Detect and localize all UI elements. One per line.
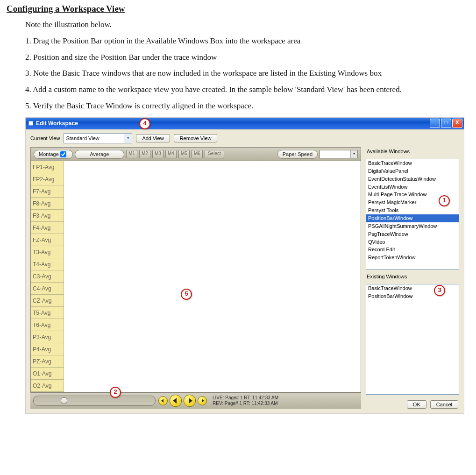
- add-view-button[interactable]: Add View: [136, 134, 170, 142]
- list-item[interactable]: PsgTraceWindow: [366, 230, 459, 238]
- list-item[interactable]: PSGAllNightSummaryWindow: [366, 222, 459, 230]
- doc-heading: Configuring a Workspace View: [7, 3, 469, 15]
- doc-intro: Note the illustration below.: [25, 20, 460, 30]
- m4-button[interactable]: M4: [165, 150, 177, 158]
- channel-label[interactable]: O1-Avg: [31, 368, 64, 380]
- scrub-track[interactable]: [33, 396, 156, 406]
- channel-label[interactable]: F4-Avg: [31, 222, 64, 234]
- channel-label[interactable]: T6-Avg: [31, 319, 64, 331]
- next-page-button[interactable]: [184, 395, 196, 407]
- channel-label[interactable]: C4-Avg: [31, 283, 64, 295]
- montage-chip[interactable]: Montage: [34, 150, 73, 159]
- remove-view-button[interactable]: Remove View: [174, 134, 218, 142]
- list-item[interactable]: QVideo: [366, 238, 459, 246]
- channel-label[interactable]: O2-Avg: [31, 380, 64, 392]
- trace-body: FP1-Avg FP2-Avg F7-Avg F8-Avg F3-Avg F4-…: [31, 161, 361, 392]
- scrub-thumb[interactable]: [61, 397, 67, 404]
- channel-label[interactable]: T3-Avg: [31, 246, 64, 258]
- doc-step-1: 1. Drag the Position Bar option in the A…: [25, 36, 460, 47]
- montage-label: Montage: [39, 151, 59, 157]
- doc-step-3: 3. Note the Basic Trace windows that are…: [25, 68, 460, 79]
- existing-windows-label: Existing Windows: [367, 273, 459, 280]
- select-button[interactable]: Select: [205, 150, 224, 158]
- doc-step-5: 5. Verify the Basic Trace Window is corr…: [25, 101, 460, 112]
- maximize-button[interactable]: □: [441, 119, 451, 128]
- prev-page-button[interactable]: [170, 395, 182, 407]
- list-item[interactable]: BasicTraceWindow: [366, 159, 459, 167]
- paper-speed-combo[interactable]: ▾: [320, 150, 358, 158]
- m6-button[interactable]: M6: [192, 150, 203, 158]
- client-area: Current View ▾ Add View Remove View Mont…: [26, 129, 464, 413]
- live-status: LIVE: Page# 1 RT: 11:42:33 AM: [213, 395, 278, 401]
- channel-label[interactable]: C3-Avg: [31, 270, 64, 283]
- list-item[interactable]: EventDetectionStatusWindow: [366, 175, 459, 183]
- list-item[interactable]: DigitalValuePanel: [366, 167, 459, 175]
- channel-label[interactable]: T4-Avg: [31, 258, 64, 270]
- rev-status: REV: Page# 1 RT: 11:42:33 AM: [213, 401, 278, 406]
- trace-canvas[interactable]: [64, 161, 361, 392]
- current-view-input[interactable]: [64, 134, 124, 143]
- channel-label[interactable]: PZ-Avg: [31, 355, 64, 368]
- doc-step-2: 2. Position and size the Position Bar un…: [25, 52, 460, 63]
- titlebar: Edit Workspace _ □ X: [26, 118, 464, 129]
- m3-button[interactable]: M3: [152, 150, 163, 158]
- available-windows-list[interactable]: BasicTraceWindow DigitalValuePanel Event…: [366, 159, 459, 269]
- m5-button[interactable]: M5: [178, 150, 190, 158]
- list-item[interactable]: EventListWindow: [366, 183, 459, 191]
- trace-window[interactable]: Montage Average M1 M2 M3 M4 M5 M6 Select: [30, 147, 361, 392]
- chevron-down-icon[interactable]: ▾: [124, 134, 132, 143]
- channel-label[interactable]: P3-Avg: [31, 331, 64, 343]
- list-item[interactable]: PositionBarWindow: [366, 214, 459, 222]
- channel-label[interactable]: FZ-Avg: [31, 234, 64, 246]
- paper-speed-label: Paper Speed: [277, 150, 318, 159]
- channel-label[interactable]: F8-Avg: [31, 198, 64, 210]
- channel-label[interactable]: P4-Avg: [31, 343, 64, 355]
- current-view-label: Current View: [30, 135, 60, 142]
- m1-button[interactable]: M1: [126, 150, 137, 158]
- montage-select[interactable]: Average: [75, 150, 124, 159]
- existing-windows-list[interactable]: BasicTraceWindow PositionBarWindow: [366, 284, 459, 395]
- channel-label[interactable]: T5-Avg: [31, 307, 64, 319]
- list-item[interactable]: PositionBarWindow: [366, 292, 459, 300]
- view-controls-row: Current View ▾ Add View Remove View: [26, 129, 464, 144]
- app-icon: [28, 121, 33, 126]
- montage-checkbox[interactable]: [60, 151, 66, 157]
- position-status: LIVE: Page# 1 RT: 11:42:33 AM REV: Page#…: [213, 395, 278, 406]
- ok-button[interactable]: OK: [407, 400, 426, 409]
- channel-list: FP1-Avg FP2-Avg F7-Avg F8-Avg F3-Avg F4-…: [31, 161, 64, 392]
- window-title: Edit Workspace: [36, 120, 78, 127]
- trace-toolbar: Montage Average M1 M2 M3 M4 M5 M6 Select: [31, 148, 361, 161]
- position-bar[interactable]: LIVE: Page# 1 RT: 11:42:33 AM REV: Page#…: [30, 392, 361, 409]
- channel-label[interactable]: F7-Avg: [31, 185, 64, 198]
- list-item[interactable]: Persyst Tools: [366, 206, 459, 214]
- channel-label[interactable]: FP2-Avg: [31, 173, 64, 185]
- chevron-down-icon[interactable]: ▾: [350, 150, 357, 158]
- step-back-icon[interactable]: [158, 396, 168, 405]
- list-item[interactable]: Record Edit: [366, 246, 459, 254]
- list-item[interactable]: ReportTokenWindow: [366, 254, 459, 262]
- channel-label[interactable]: F3-Avg: [31, 210, 64, 222]
- cancel-button[interactable]: Cancel: [430, 400, 458, 409]
- doc-step-4: 4. Add a custom name to the workspace vi…: [25, 85, 460, 95]
- channel-label[interactable]: CZ-Avg: [31, 295, 64, 307]
- m2-button[interactable]: M2: [139, 150, 150, 158]
- step-forward-icon[interactable]: [198, 396, 207, 405]
- channel-label[interactable]: FP1-Avg: [31, 161, 64, 173]
- minimize-button[interactable]: _: [430, 119, 440, 128]
- close-button[interactable]: X: [452, 119, 462, 128]
- available-windows-label: Available Windows: [367, 148, 459, 155]
- current-view-combo[interactable]: ▾: [64, 133, 132, 143]
- screenshot: Edit Workspace _ □ X Current View ▾ Add …: [25, 117, 464, 414]
